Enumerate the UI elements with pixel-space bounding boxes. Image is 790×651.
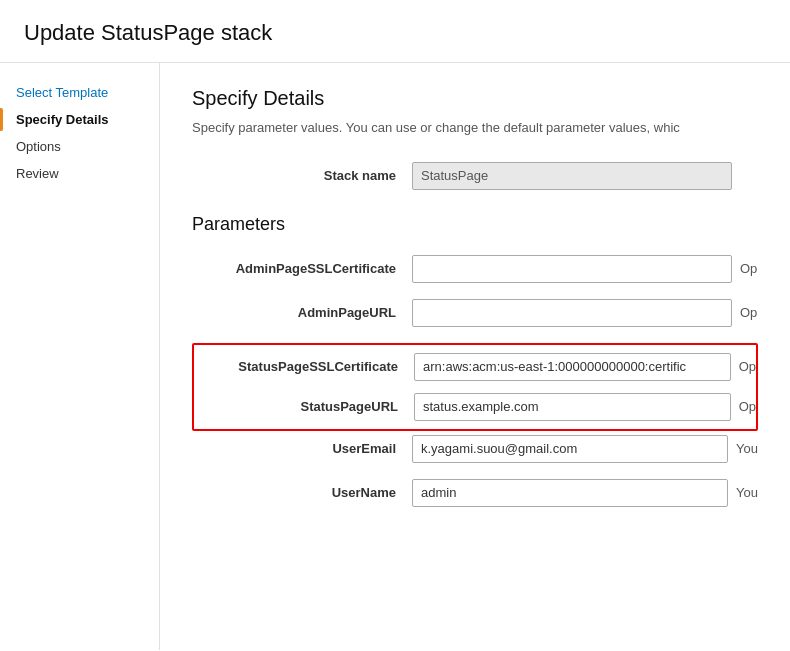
- hint-StatusPageSSLCertificate: Op: [739, 359, 756, 374]
- input-AdminPageSSLCertificate[interactable]: [412, 255, 732, 283]
- label-AdminPageSSLCertificate: AdminPageSSLCertificate: [192, 261, 412, 276]
- main-content: Specify Details Specify parameter values…: [160, 63, 790, 650]
- sidebar: Select TemplateSpecify DetailsOptionsRev…: [0, 63, 160, 650]
- sidebar-item-options[interactable]: Options: [0, 133, 159, 160]
- input-UserEmail[interactable]: [412, 435, 728, 463]
- label-StatusPageSSLCertificate: StatusPageSSLCertificate: [194, 359, 414, 374]
- input-AdminPageURL[interactable]: [412, 299, 732, 327]
- hint-UserEmail: You: [736, 441, 758, 456]
- parameters-title: Parameters: [192, 214, 758, 235]
- form-row-AdminPageURL: AdminPageURLOp: [192, 299, 758, 327]
- input-UserName[interactable]: [412, 479, 728, 507]
- hint-StatusPageURL: Op: [739, 399, 756, 414]
- form-row-UserEmail: UserEmailYou: [192, 435, 758, 463]
- form-row-StatusPageURL: StatusPageURLOp: [194, 393, 756, 421]
- section-desc: Specify parameter values. You can use or…: [192, 118, 758, 138]
- label-UserEmail: UserEmail: [192, 441, 412, 456]
- input-StatusPageSSLCertificate[interactable]: [414, 353, 731, 381]
- form-row-StatusPageSSLCertificate: StatusPageSSLCertificateOp: [194, 353, 756, 381]
- sidebar-item-select-template[interactable]: Select Template: [0, 79, 159, 106]
- label-AdminPageURL: AdminPageURL: [192, 305, 412, 320]
- label-UserName: UserName: [192, 485, 412, 500]
- hint-AdminPageURL: Op: [740, 305, 757, 320]
- stack-name-input[interactable]: [412, 162, 732, 190]
- form-row-AdminPageSSLCertificate: AdminPageSSLCertificateOp: [192, 255, 758, 283]
- page-title: Update StatusPage stack: [0, 0, 790, 63]
- sidebar-item-review[interactable]: Review: [0, 160, 159, 187]
- sidebar-item-specify-details[interactable]: Specify Details: [0, 106, 159, 133]
- stack-name-label: Stack name: [192, 168, 412, 183]
- section-title: Specify Details: [192, 87, 758, 110]
- hint-UserName: You: [736, 485, 758, 500]
- highlighted-params-box: StatusPageSSLCertificateOpStatusPageURLO…: [192, 343, 758, 431]
- hint-AdminPageSSLCertificate: Op: [740, 261, 757, 276]
- form-row-UserName: UserNameYou: [192, 479, 758, 507]
- input-StatusPageURL[interactable]: [414, 393, 731, 421]
- label-StatusPageURL: StatusPageURL: [194, 399, 414, 414]
